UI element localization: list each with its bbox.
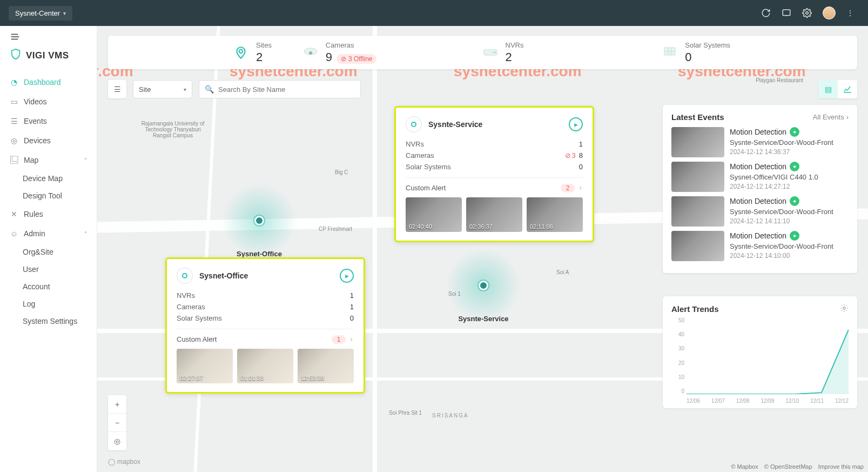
alert-count-badge: 2 [561,184,575,192]
mapbox-logo: ◯ mapbox [108,458,140,466]
search-box: 🔍 [199,80,361,98]
event-thumbnail [671,231,724,261]
map-label: SRISANGA [432,413,469,418]
map-label: Soi A [556,269,569,275]
alert-thumbnail[interactable]: 02:27:07 [177,349,233,383]
list-toggle-button[interactable]: ☰ [108,80,126,98]
alert-thumbnail[interactable]: 02:36:37 [466,197,522,232]
settings-button[interactable] [799,5,815,21]
site-icon [406,116,422,132]
all-events-link[interactable]: All Events› [813,113,849,121]
nav-events[interactable]: ☰Events [0,111,97,131]
chevron-up-icon: ˄ [84,231,87,237]
alert-thumbnail[interactable]: 02:11:06 [527,197,583,232]
nav-devices[interactable]: ◎Devices [0,131,97,150]
user-avatar[interactable] [819,3,839,23]
zoom-in-button[interactable]: + [108,395,126,414]
nav-design-tool[interactable]: Design Tool [0,187,97,204]
topbar: Sysnet-Center ▾ ⋮ [0,0,868,26]
latest-events-panel: Latest Events All Events› Motion Detecti… [663,105,857,273]
refresh-button[interactable] [758,5,774,21]
event-type: Motion Detection✦ [730,162,849,171]
event-type: Motion Detection✦ [730,231,849,241]
event-row[interactable]: Motion Detection✦Sysnet-Office/VIGI C440… [671,162,849,192]
chevron-right-icon[interactable]: › [349,335,354,343]
site-filter-dropdown[interactable]: Site▾ [133,80,192,98]
collapse-sidebar-button[interactable] [0,32,97,48]
nav-user[interactable]: User [0,261,97,278]
site-card-sysnet-office: Sysnet-Office ▸ NVRs1 Cameras1 Solar Sys… [165,257,365,394]
map-label: Big C [335,169,348,175]
svg-point-1 [806,12,809,15]
logo: VIGI VMS [0,48,97,72]
site-title: Sysnte-Service [428,120,562,129]
event-time: 2024-12-12 14:11:10 [730,217,849,225]
motion-icon: ✦ [790,162,799,171]
map-toolbar: ☰ Site▾ 🔍 [108,80,361,98]
map-label: CP Freshmart [319,226,352,232]
site-card-sysnte-service: Sysnte-Service ▸ NVRs1 Cameras⊘38 Solar … [394,106,594,242]
chevron-right-icon: › [846,113,849,121]
panel-title: Alert Trends [671,304,719,314]
user-icon: ☺ [10,229,18,238]
alert-trends-panel: Alert Trends 50403020100 12/0612/0712/08… [663,296,857,408]
locate-button[interactable]: ◎ [108,432,126,450]
pin-icon [233,45,248,60]
map-pin[interactable] [479,281,488,290]
event-type: Motion Detection✦ [730,196,849,206]
chevron-right-icon[interactable]: › [578,183,583,192]
stat-nvrs: NVRs2 [483,41,663,64]
motion-icon: ✦ [790,127,799,137]
alert-thumbnail[interactable]: 02:40:40 [406,197,462,232]
map-label: Soi Phra Sit 1 [389,410,422,416]
site-selector[interactable]: Sysnet-Center ▾ [9,6,72,21]
search-input[interactable] [218,85,355,94]
svg-point-7 [495,52,496,53]
stat-sites: Sites2 [123,41,303,64]
event-row[interactable]: Motion Detection✦Sysnte-Service/Door-Woo… [671,127,849,157]
settings-icon[interactable] [840,304,849,314]
nav-videos[interactable]: ▭Videos [0,92,97,111]
solar-icon [662,45,677,60]
nav-account[interactable]: Account [0,278,97,295]
fullscreen-button[interactable] [778,5,795,21]
rules-icon: ✕ [10,210,18,218]
map-label: Rajamangala University of Technology Tha… [138,121,208,138]
alert-thumbnail[interactable]: 12:53:38 [298,349,354,383]
panel-title: Latest Events [671,112,724,122]
more-button[interactable]: ⋮ [843,5,857,21]
gauge-icon: ◔ [10,78,18,87]
stats-bar: Sites2 Cameras9⊘3 Offline NVRs2 Solar Sy… [108,36,857,69]
map-pin-label: Sysnte-Service [458,315,508,323]
target-icon: ◎ [10,136,18,145]
nav-device-map[interactable]: Device Map [0,170,97,187]
main: Rajamangala University of Technology Tha… [97,26,868,472]
motion-icon: ✦ [790,231,799,241]
map-pin[interactable] [254,216,264,225]
event-thumbnail [671,196,724,227]
chevron-down-icon: ▾ [184,87,186,92]
chevron-down-icon: ▾ [63,10,66,16]
unlink-icon: ⊘ [565,151,571,159]
svg-point-9 [843,307,845,309]
nav-log[interactable]: Log [0,295,97,313]
list-icon: ☰ [10,117,18,125]
nav-map[interactable]: ⿺Map˄ [0,150,97,170]
nav-rules[interactable]: ✕Rules [0,204,97,224]
site-title: Sysnet-Office [199,271,333,280]
event-row[interactable]: Motion Detection✦Sysnte-Service/Door-Woo… [671,196,849,227]
play-button[interactable]: ▸ [569,117,583,131]
play-button[interactable]: ▸ [340,269,354,283]
nav-dashboard[interactable]: ◔Dashboard [0,72,97,92]
event-row[interactable]: Motion Detection✦Sysnte-Service/Door-Woo… [671,231,849,261]
nav-org-site[interactable]: Org&Site [0,243,97,261]
nav-system-settings[interactable]: System Settings [0,313,97,330]
alert-thumbnail[interactable]: 01:01:33 [237,349,293,383]
event-location: Sysnte-Service/Door-Wood-Front [730,208,849,216]
view-chart-button[interactable] [838,80,857,98]
zoom-out-button[interactable]: − [108,414,126,432]
nav-admin[interactable]: ☺Admin˄ [0,224,97,243]
view-list-button[interactable]: ▤ [818,80,838,98]
svg-point-4 [309,51,312,55]
offline-badge: ⊘3 Offline [337,54,376,64]
